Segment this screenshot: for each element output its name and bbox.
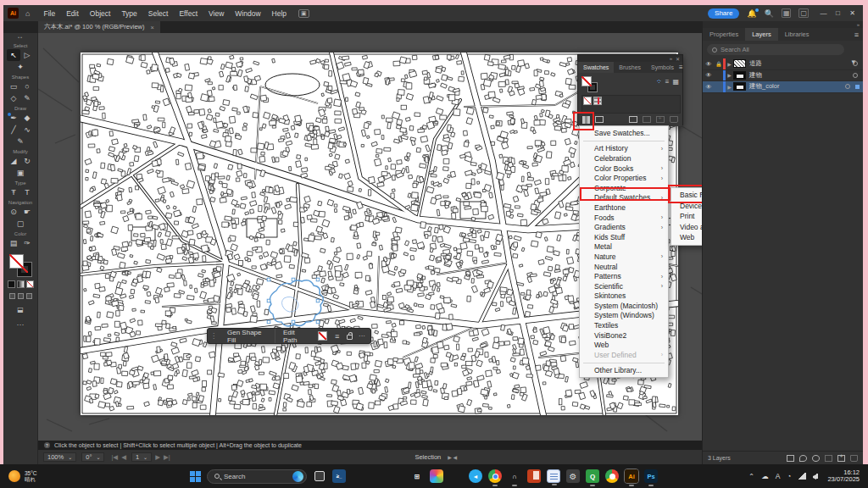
locate-object-icon[interactable] (799, 455, 807, 462)
edit-toolbar-icon[interactable]: ··· (3, 320, 37, 329)
menu-item-color-books[interactable]: Color Books› (580, 164, 668, 174)
color-button[interactable] (8, 280, 15, 288)
make-clipping-mask-icon[interactable] (812, 455, 820, 462)
document-tab[interactable]: 六本木.ai* @ 100 % (RGB/Preview) × (38, 21, 160, 33)
gradient-button[interactable] (17, 280, 25, 288)
menu-item-metal[interactable]: Metal (580, 242, 668, 252)
new-color-group-icon[interactable] (643, 116, 651, 123)
menu-item-color-properties[interactable]: Color Properties› (580, 173, 668, 183)
expand-chevron-icon[interactable]: ▶ (726, 61, 733, 67)
pen-tool-icon[interactable]: ✒ (7, 112, 20, 124)
drag-handle-icon[interactable]: ⋮ (208, 332, 220, 340)
menu-item-skintones[interactable]: Skintones (580, 291, 668, 302)
taskbar-icon-photos[interactable] (430, 469, 443, 483)
tab-swatches[interactable]: Swatches (578, 62, 614, 73)
draw-normal-mode[interactable] (9, 293, 15, 299)
swatch-kinds-icon[interactable]: ⁘ (656, 78, 662, 86)
last-artboard-icon[interactable]: ▶| (164, 453, 170, 461)
window-layout-icon[interactable]: ▢ (798, 8, 809, 18)
search-icon[interactable]: 🔍 (765, 9, 774, 18)
taskbar-search-input[interactable]: Search (207, 469, 307, 484)
fill-stroke-proxy[interactable] (9, 254, 31, 276)
target-circle-icon[interactable] (845, 84, 850, 89)
menu-item-patterns[interactable]: Patterns› (580, 271, 668, 281)
draw-inside-mode[interactable] (26, 293, 32, 299)
target-circle-icon[interactable] (853, 73, 858, 78)
ellipse-tool-icon[interactable]: ○ (20, 80, 34, 92)
minimize-button[interactable]: — (816, 9, 831, 17)
taskbar-icon-telegram[interactable]: ◄ (469, 469, 482, 483)
swatch-kinds-menu-icon[interactable] (629, 116, 637, 123)
tab-close-icon[interactable]: × (150, 24, 153, 31)
taskbar-clock[interactable]: 16:12 23/07/2025 (827, 469, 860, 484)
menu-item-gradients[interactable]: Gradients› (580, 222, 668, 232)
none-button[interactable] (26, 280, 34, 288)
lock-icon[interactable] (347, 335, 353, 340)
menu-item-scientific[interactable]: Scientific› (580, 281, 668, 291)
menu-file[interactable]: File (43, 9, 55, 18)
menu-item-art-history[interactable]: Art History› (580, 144, 668, 154)
taskbar-icon-chrome2[interactable] (605, 469, 619, 483)
swatch-libraries-menu-icon[interactable] (582, 116, 590, 124)
share-button[interactable]: Share (708, 8, 739, 19)
tab-properties[interactable]: Properties (703, 28, 745, 41)
taskbar-icon-github-desktop[interactable]: ∩ (508, 469, 521, 483)
taskbar-icon-obs-studio[interactable] (449, 469, 463, 483)
menu-view[interactable]: View (209, 9, 224, 18)
panel-collapse-icon[interactable]: » (670, 56, 672, 61)
dock-collapse-icon[interactable]: » (857, 22, 860, 27)
none-swatch[interactable] (583, 97, 592, 105)
lock-icon[interactable]: 🔒 (715, 61, 723, 67)
new-swatch-icon[interactable] (656, 116, 665, 123)
tab-layers[interactable]: Layers (745, 28, 778, 41)
rectangle-tool-icon[interactable]: ▭ (7, 80, 20, 92)
menu-object[interactable]: Object (90, 9, 111, 18)
menu-edit[interactable]: Edit (66, 9, 79, 18)
taskbar-icon-powerpoint[interactable] (527, 469, 541, 483)
maximize-button[interactable]: □ (831, 9, 845, 17)
visibility-eye-icon[interactable]: 👁 (703, 84, 715, 90)
artboard-number-select[interactable]: 1⌄ (131, 452, 152, 462)
taskbar-icon-edge-browser[interactable] (371, 469, 385, 483)
taskbar-icon-settings[interactable]: ⚙ (566, 469, 580, 483)
type-tool-icon[interactable]: T (20, 186, 34, 198)
menu-item-default-swatches[interactable]: Default Swatches› (580, 193, 668, 203)
hand-tool-icon[interactable]: ☛ (20, 206, 34, 218)
shaper-tool-icon[interactable]: ✎ (20, 92, 34, 104)
layer-row-建物[interactable]: 👁▶建物 (703, 70, 863, 82)
tab-brushes[interactable]: Brushes (614, 62, 646, 73)
fill-none-swatch[interactable] (318, 331, 327, 341)
taskbar-icon-photoshop[interactable]: Ps (644, 469, 658, 483)
layer-row-道路[interactable]: 👁🔒▶道路 (703, 58, 863, 70)
layers-search-input[interactable]: Search All (707, 44, 844, 55)
menu-item-corporate[interactable]: Corporate (580, 183, 668, 193)
edit-path-button[interactable]: Edit Path (275, 329, 314, 343)
taskbar-icon-microsoft-store[interactable]: ⊞ (410, 469, 424, 483)
menu-item-earthtone[interactable]: Earthtone (580, 202, 668, 213)
menu-item-textiles[interactable]: Textiles (580, 320, 668, 330)
registration-swatch[interactable] (593, 97, 602, 105)
tray-chevron-up-icon[interactable]: ⌃ (748, 472, 754, 480)
new-sublayer-icon[interactable] (825, 455, 832, 462)
menu-item-other-library-[interactable]: Other Library... (580, 366, 668, 376)
menu-effect[interactable]: Effect (179, 9, 198, 18)
more-options-icon[interactable]: ··· (359, 332, 365, 340)
panel-grip-icon[interactable]: •• (3, 35, 37, 42)
expand-chevron-icon[interactable]: ▶ (726, 72, 733, 78)
rotation-select[interactable]: 0°⌄ (81, 452, 104, 462)
tab-libraries[interactable]: Libraries (778, 28, 816, 41)
new-layer-icon[interactable] (837, 455, 845, 462)
arrange-documents-icon[interactable]: ▣ (298, 9, 309, 18)
clock-app-icon[interactable]: ◔ (787, 472, 791, 480)
fill-none-proxy[interactable] (9, 254, 24, 269)
screen-mode-icon[interactable]: ⬓ (3, 306, 37, 313)
first-artboard-icon[interactable]: |◀ (111, 453, 118, 461)
delete-layer-icon[interactable] (850, 455, 858, 462)
menu-item-neutral[interactable]: Neutral (580, 262, 668, 272)
taskbar-icon-qgis[interactable]: Q (586, 469, 599, 483)
home-icon[interactable]: ⌂ (25, 9, 30, 18)
touch-type-tool-icon[interactable]: Ŧ (7, 186, 20, 198)
delete-swatch-icon[interactable] (670, 116, 678, 123)
polygon-tool-icon[interactable]: ◇ (7, 92, 20, 104)
collect-for-export-icon[interactable] (787, 455, 794, 462)
